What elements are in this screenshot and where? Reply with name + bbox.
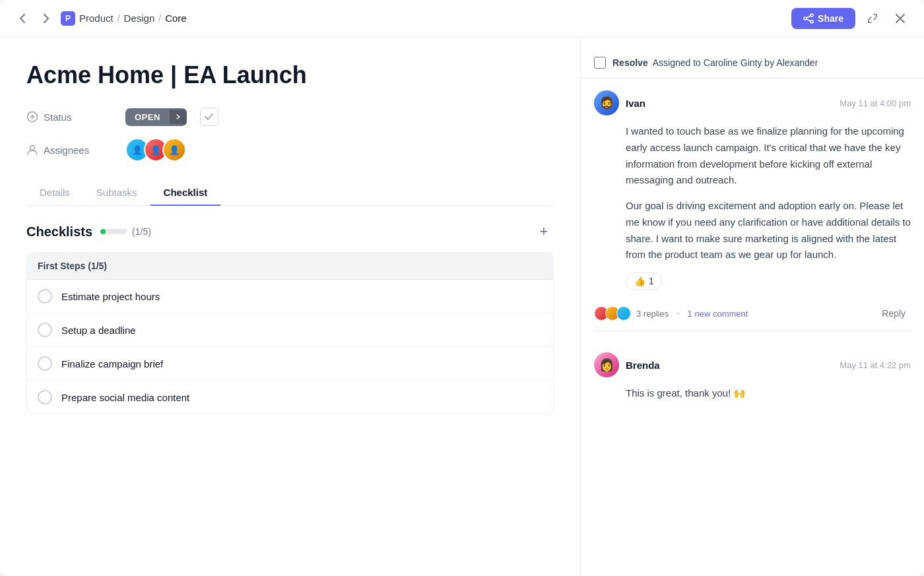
resolve-bar: Resolve Assigned to Caroline Ginty by Al… xyxy=(581,48,924,79)
comment-2-body: This is great, thank you! 🙌 xyxy=(626,385,911,402)
left-panel: Acme Home | EA Launch Status OPEN xyxy=(0,37,581,576)
checklist-header: Checklists (1/5) + xyxy=(26,222,554,241)
status-text: OPEN xyxy=(125,108,170,126)
breadcrumb: P Product / Design / Core xyxy=(61,11,187,26)
comment-1-time: May 11 at 4:00 pm xyxy=(840,98,911,108)
checklist-title-row: Checklists (1/5) xyxy=(26,224,151,240)
reply-button[interactable]: Reply xyxy=(876,305,911,321)
resolve-text: Resolve Assigned to Caroline Ginty by Al… xyxy=(612,57,818,68)
svg-point-2 xyxy=(810,20,813,23)
assignees-icon xyxy=(26,144,38,156)
breadcrumb-design[interactable]: Design xyxy=(124,13,155,24)
comment-1-body: I wanted to touch base as we finalize pl… xyxy=(626,123,911,263)
status-label: Status xyxy=(26,111,125,123)
task-title: Acme Home | EA Launch xyxy=(26,61,554,89)
comment-2-author-row: 👩 Brenda xyxy=(594,352,660,377)
checklist-group: First Steps (1/5) Estimate project hours… xyxy=(26,252,554,414)
status-check-button[interactable] xyxy=(200,108,218,126)
comment-1-header: 🧔 Ivan May 11 at 4:00 pm xyxy=(594,90,911,115)
progress-count: (1/5) xyxy=(132,226,151,237)
top-bar-left: P Product / Design / Core xyxy=(13,9,187,28)
avatar-3[interactable]: 👤 xyxy=(162,138,186,162)
status-arrow-icon xyxy=(170,110,187,124)
replies-row: 3 replies · 1 new comment xyxy=(594,306,748,321)
nav-back-button[interactable] xyxy=(13,9,32,28)
check-circle-2[interactable] xyxy=(38,323,52,337)
comment-2-avatar: 👩 xyxy=(594,352,619,377)
checklist-item-text-2: Setup a deadline xyxy=(61,325,136,336)
top-bar-right: Share xyxy=(791,8,911,29)
breadcrumb-sep-1: / xyxy=(117,13,120,24)
check-circle-1[interactable] xyxy=(38,289,52,304)
checklist-item[interactable]: Setup a deadline xyxy=(27,313,553,347)
checklist-item-text-1: Estimate project hours xyxy=(61,291,160,302)
comment-2-time: May 11 at 4:22 pm xyxy=(840,360,911,370)
right-panel: Resolve Assigned to Caroline Ginty by Al… xyxy=(581,37,924,576)
top-bar: P Product / Design / Core Share xyxy=(0,0,924,37)
progress-bar: (1/5) xyxy=(100,226,151,237)
assignee-avatars[interactable]: 👤 👤 👤 xyxy=(125,138,186,162)
close-button[interactable] xyxy=(890,8,911,29)
assignees-label: Assignees xyxy=(26,144,125,156)
reaction-count: 1 xyxy=(649,276,654,286)
comment-1-author-row: 🧔 Ivan xyxy=(594,90,645,115)
svg-point-0 xyxy=(810,14,813,16)
expand-button[interactable] xyxy=(862,8,883,29)
tab-checklist[interactable]: Checklist xyxy=(150,180,221,206)
replies-count: 3 replies xyxy=(636,309,669,319)
assignees-row: Assignees 👤 👤 👤 xyxy=(26,138,554,162)
svg-point-4 xyxy=(30,146,35,150)
checklist-item-text-4: Prepare social media content xyxy=(61,392,189,403)
checklist-item[interactable]: Estimate project hours xyxy=(27,280,553,313)
nav-forward-button[interactable] xyxy=(37,9,55,28)
comment-1-p1: I wanted to touch base as we finalize pl… xyxy=(626,123,911,189)
comment-2-header: 👩 Brenda May 11 at 4:22 pm xyxy=(594,352,911,377)
status-icon xyxy=(26,111,38,123)
reaction-emoji: 👍 xyxy=(634,276,645,286)
add-checklist-button[interactable]: + xyxy=(534,222,554,241)
checklist-group-header: First Steps (1/5) xyxy=(27,253,553,280)
checklist-item[interactable]: Prepare social media content xyxy=(27,381,553,414)
progress-bar-fill xyxy=(100,229,106,234)
brand-icon: P xyxy=(61,11,75,26)
progress-bar-bg xyxy=(100,229,127,234)
comment-2: 👩 Brenda May 11 at 4:22 pm This is great… xyxy=(581,340,924,402)
comment-2-author: Brenda xyxy=(626,360,660,371)
resolve-checkbox[interactable] xyxy=(594,57,606,69)
share-button[interactable]: Share xyxy=(791,8,855,29)
resolve-assigned-text: Assigned to Caroline Ginty by Alexander xyxy=(653,57,818,68)
resolve-keyword: Resolve xyxy=(612,57,648,68)
breadcrumb-core[interactable]: Core xyxy=(165,13,187,24)
svg-point-1 xyxy=(804,17,807,20)
new-comment-link[interactable]: 1 new comment xyxy=(688,309,748,319)
tab-details[interactable]: Details xyxy=(26,180,83,206)
reaction-button[interactable]: 👍 1 xyxy=(626,272,663,290)
status-badge[interactable]: OPEN xyxy=(125,108,187,126)
reply-avatar-3 xyxy=(616,306,631,321)
comment-1-author: Ivan xyxy=(626,98,645,109)
tab-subtasks[interactable]: Subtasks xyxy=(83,180,150,206)
comment-1-p2: Our goal is driving excitement and adopt… xyxy=(626,198,911,263)
checklists-title: Checklists xyxy=(26,224,92,240)
reply-avatars xyxy=(594,306,631,321)
main-content: Acme Home | EA Launch Status OPEN xyxy=(0,37,924,576)
breadcrumb-sep-2: / xyxy=(158,13,161,24)
comment-1: 🧔 Ivan May 11 at 4:00 pm I wanted to tou… xyxy=(581,79,924,331)
comment-1-avatar: 🧔 xyxy=(594,90,619,115)
breadcrumb-product[interactable]: Product xyxy=(79,13,114,24)
dot-separator: · xyxy=(676,307,679,319)
comment-2-text: This is great, thank you! 🙌 xyxy=(626,385,911,402)
share-label: Share xyxy=(818,13,843,24)
check-circle-3[interactable] xyxy=(38,356,52,371)
tabs-row: Details Subtasks Checklist xyxy=(26,180,554,206)
comment-1-footer: 3 replies · 1 new comment Reply xyxy=(594,299,911,331)
checklist-item[interactable]: Finalize campaign brief xyxy=(27,347,553,381)
checklist-item-text-3: Finalize campaign brief xyxy=(61,358,163,369)
status-row: Status OPEN xyxy=(26,108,554,126)
check-circle-4[interactable] xyxy=(38,390,52,404)
